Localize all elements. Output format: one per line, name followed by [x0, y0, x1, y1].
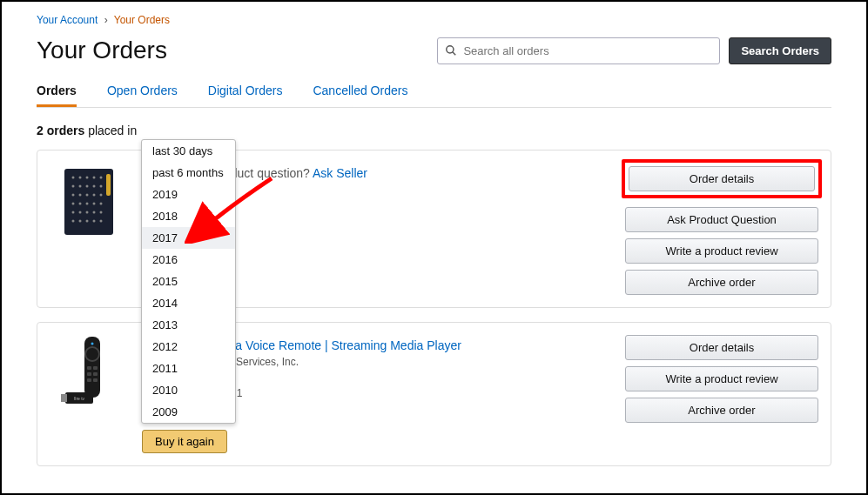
svg-rect-41 — [87, 378, 91, 382]
date-filter-option[interactable]: 2009 — [142, 401, 235, 423]
svg-point-29 — [79, 220, 82, 223]
order-count-row: 2 orders placed in — [37, 124, 831, 137]
date-filter-option[interactable]: 2017 — [142, 227, 235, 249]
ask-product-question-button[interactable]: Ask Product Question — [625, 207, 818, 232]
date-filter-option[interactable]: 2012 — [142, 336, 235, 358]
date-filter-option[interactable]: 2011 — [142, 358, 235, 379]
svg-point-15 — [86, 194, 89, 197]
svg-rect-38 — [93, 366, 98, 370]
svg-point-21 — [93, 203, 96, 205]
write-review-button[interactable]: Write a product review — [625, 238, 818, 264]
svg-point-28 — [72, 220, 75, 223]
write-review-button[interactable]: Write a product review — [625, 366, 818, 391]
svg-point-24 — [79, 211, 82, 214]
svg-point-30 — [86, 220, 89, 223]
page-title: Your Orders — [37, 37, 167, 64]
svg-line-1 — [453, 52, 456, 56]
svg-point-0 — [447, 46, 454, 53]
annotation-highlight: Order details — [622, 159, 822, 198]
svg-point-18 — [72, 203, 75, 205]
svg-point-17 — [100, 194, 103, 197]
search-box[interactable] — [437, 37, 720, 64]
search-icon — [445, 44, 457, 57]
breadcrumb-current[interactable]: Your Orders — [114, 14, 170, 26]
date-filter-option[interactable]: 2014 — [142, 292, 235, 314]
buy-it-again-button[interactable]: Buy it again — [142, 430, 227, 453]
svg-point-5 — [86, 177, 89, 179]
svg-point-13 — [72, 194, 75, 197]
svg-rect-44 — [61, 394, 67, 402]
date-filter-option[interactable]: 2013 — [142, 314, 235, 336]
product-thumbnail[interactable]: fire tv — [50, 335, 128, 413]
svg-point-12 — [100, 185, 103, 188]
date-filter-option[interactable]: 2016 — [142, 249, 235, 271]
ask-seller-link[interactable]: Ask Seller — [313, 166, 367, 180]
svg-rect-37 — [87, 366, 91, 370]
product-title-link[interactable]: Alexa Voice Remote | Streaming Media Pla… — [212, 338, 461, 352]
product-thumbnail[interactable] — [50, 163, 128, 241]
date-filter-option[interactable]: 2019 — [142, 184, 235, 205]
svg-point-32 — [100, 220, 103, 223]
product-image-icon: fire tv — [58, 335, 119, 413]
archive-order-button[interactable]: Archive order — [625, 270, 818, 295]
search-orders-button[interactable]: Search Orders — [729, 37, 831, 64]
order-details-button[interactable]: Order details — [629, 166, 815, 191]
svg-point-10 — [86, 185, 89, 188]
product-image-icon — [63, 167, 115, 237]
svg-point-9 — [79, 185, 82, 188]
product-vendor: igital Services, Inc. — [212, 356, 611, 368]
order-count: 2 orders — [37, 124, 84, 137]
svg-point-8 — [72, 185, 75, 188]
svg-rect-34 — [84, 337, 100, 398]
svg-point-26 — [93, 211, 96, 214]
tab-orders[interactable]: Orders — [37, 84, 77, 107]
order-count-suffix: placed in — [84, 124, 137, 137]
svg-point-22 — [100, 203, 103, 205]
svg-point-4 — [79, 177, 82, 179]
svg-rect-42 — [93, 378, 98, 382]
tab-open-orders[interactable]: Open Orders — [107, 84, 178, 107]
svg-point-7 — [100, 177, 103, 179]
date-filter-option[interactable]: last 30 days — [142, 140, 235, 162]
date-filter-option[interactable]: 2010 — [142, 379, 235, 401]
tabs: Orders Open Orders Digital Orders Cancel… — [37, 84, 831, 108]
date-filter-option[interactable]: past 6 months — [142, 162, 235, 184]
svg-rect-39 — [87, 372, 91, 376]
svg-point-14 — [79, 194, 82, 197]
svg-point-11 — [93, 185, 96, 188]
product-question-text: Product question? Ask Seller — [212, 166, 611, 180]
svg-rect-40 — [93, 372, 98, 376]
svg-point-3 — [72, 177, 75, 179]
svg-point-19 — [79, 203, 82, 205]
svg-point-31 — [93, 220, 96, 223]
date-filter-dropdown[interactable]: last 30 dayspast 6 months201920182017201… — [141, 139, 236, 424]
svg-point-25 — [86, 211, 89, 214]
svg-point-20 — [86, 203, 89, 205]
breadcrumb-account[interactable]: Your Account — [37, 14, 98, 26]
archive-order-button[interactable]: Archive order — [625, 398, 818, 423]
svg-point-23 — [72, 211, 75, 214]
date-filter-option[interactable]: 2015 — [142, 271, 235, 292]
svg-rect-33 — [106, 174, 111, 196]
svg-point-36 — [91, 343, 94, 345]
date-filter-option[interactable]: 2018 — [142, 205, 235, 227]
svg-point-6 — [93, 177, 96, 179]
svg-rect-2 — [64, 169, 113, 235]
svg-point-27 — [100, 211, 103, 214]
svg-text:fire tv: fire tv — [74, 396, 85, 401]
tab-digital-orders[interactable]: Digital Orders — [208, 84, 283, 107]
tab-cancelled-orders[interactable]: Cancelled Orders — [313, 84, 407, 107]
order-details-button[interactable]: Order details — [625, 335, 818, 360]
breadcrumb-separator: › — [104, 14, 108, 26]
svg-point-16 — [93, 194, 96, 197]
breadcrumb: Your Account › Your Orders — [37, 14, 831, 26]
search-input[interactable] — [463, 44, 712, 57]
